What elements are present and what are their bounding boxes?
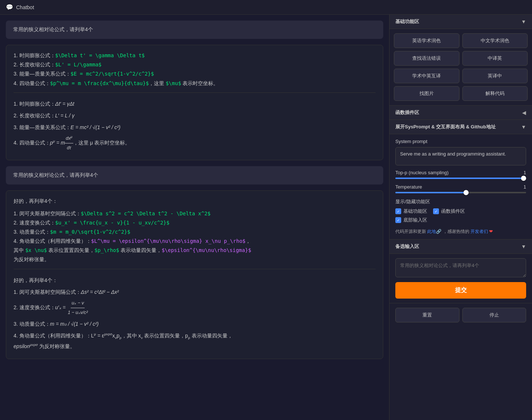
formula-green-7: $u_x' = \frac{u_x - v}{1 - u_xv/c^2}$ — [55, 220, 170, 226]
plugin-section-title: 函数插件区 — [395, 109, 419, 116]
user-message-2-text: 常用的狭义相对论公式，请再列举4个 — [13, 172, 98, 178]
reset-button[interactable]: 重置 — [395, 308, 459, 322]
btn-academic-trans[interactable]: 学术中英互译 — [394, 69, 459, 83]
btn-zh-to-en[interactable]: 中译英 — [462, 51, 528, 66]
checkbox-bottom-box: ✓ — [395, 217, 401, 223]
sysprompt-section-header[interactable]: 展开SysPrompt & 交互界面布局 & Github地址 ▼ — [389, 120, 532, 134]
formula-green-1: $\Delta t' = \gamma \Delta t$ — [55, 52, 145, 58]
chat-icon: 💬 — [6, 4, 13, 11]
sysprompt-expand-title: 展开SysPrompt & 交互界面布局 & Github地址 — [395, 124, 496, 130]
checkbox-plugin-box: ✓ — [433, 208, 439, 214]
user-message-2: 常用的狭义相对论公式，请再列举4个 — [6, 166, 383, 185]
rendered-2: 2. 长度收缩公式：L′ = L / γ — [14, 110, 376, 121]
sysprompt-value[interactable]: Serve me as a writing and programming as… — [395, 147, 526, 165]
formula-line-6: 2. 速度变换公式：$u_x' = \frac{u_x - v}{1 - u_x… — [14, 218, 376, 227]
checkbox-basic-label: 基础功能区 — [403, 208, 427, 215]
rendered-5: 好的，再列举4个： — [14, 275, 376, 285]
formula-green-8: $m = m_0/\sqrt{1-v^2/c^2}$ — [50, 229, 130, 235]
top-bar: 💬 Chatbot — [0, 0, 532, 15]
rendered-block-1: 1. 时间膨胀公式：Δt′ = γΔt 2. 长度收缩公式：L′ = L / γ… — [14, 92, 376, 153]
btn-en-to-zh[interactable]: 英译中 — [462, 69, 528, 83]
sysprompt-section-content: System prompt Serve me as a writing and … — [389, 134, 532, 240]
checkbox-basic[interactable]: ✓ 基础功能区 — [395, 208, 427, 215]
formula-green-4: $p^\mu = m \frac{dx^\mu}{d\tau}$ — [50, 80, 149, 86]
top-p-value: 1 — [519, 170, 526, 175]
right-panel: 基础功能区 ▼ 英语学术润色 中文学术润色 查找语法错误 中译英 学术中英互译 … — [389, 15, 532, 420]
top-p-fill — [395, 178, 526, 179]
temp-track — [395, 192, 526, 193]
temp-slider[interactable] — [395, 192, 526, 193]
raw-formulas-block-1: 1. 时间膨胀公式：$\Delta t' = \gamma \Delta t$ … — [14, 51, 376, 88]
assistant-intro: 好的，再列举4个： — [14, 197, 376, 206]
top-p-param-row: Top-p (nucleus sampling) 1 — [395, 170, 526, 175]
btn-chinese-polish[interactable]: 中文学术润色 — [462, 33, 528, 48]
plugin-section-arrow: ◀ — [522, 110, 526, 116]
stop-button[interactable]: 停止 — [462, 308, 527, 322]
footer-devs[interactable]: 开发者们 — [470, 229, 488, 234]
top-p-thumb — [521, 176, 526, 181]
temp-value: 1 — [519, 184, 526, 190]
formula-line-2: 2. 长度收缩公式：$L' = L/\gamma$ — [14, 60, 376, 69]
btn-find-image[interactable]: 找图片 — [394, 86, 459, 101]
checkbox-row-2: ✓ 底部输入区 — [395, 217, 526, 223]
rendered-6: 1. 闵可夫斯基时空间隔公式：Δs² = c²Δt² − Δx² — [14, 287, 376, 297]
top-p-track — [395, 178, 526, 179]
alt-input-section-header[interactable]: 备选输入区 ▼ — [389, 240, 532, 254]
formula-purple-1: $L^\mu = \epsilon^{\mu\nu\rho\sigma} x_\… — [91, 238, 245, 244]
footer-link[interactable]: 此地🔗 — [427, 229, 442, 234]
footer-thanks: ，感谢热情的 — [443, 229, 469, 234]
btn-english-polish[interactable]: 英语学术润色 — [394, 33, 459, 48]
formula-green-5: $\mu$ — [166, 80, 181, 86]
rendered-8: 3. 动质量公式：m = m₀ / √(1 − v² / c²) — [14, 319, 376, 329]
alt-input-arrow: ▼ — [521, 244, 526, 249]
alt-input-content: 提交 — [389, 254, 532, 303]
basic-section-title: 基础功能区 — [395, 18, 419, 25]
top-p-label: Top-p (nucleus sampling) — [395, 170, 448, 175]
temp-param-row: Temperature 1 — [395, 184, 526, 190]
formula-green-2: $L' = L/\gamma$ — [55, 62, 101, 67]
checkbox-row-1: ✓ 基础功能区 ✓ 函数插件区 — [395, 208, 526, 215]
submit-button[interactable]: 提交 — [395, 282, 526, 299]
checkbox-plugin[interactable]: ✓ 函数插件区 — [433, 208, 465, 215]
alt-input-textarea[interactable] — [395, 258, 526, 277]
footer-links: 代码开源和更新 此地🔗 ，感谢热情的 开发者们 ❤ — [395, 226, 526, 235]
rendered-3: 3. 能量—质量关系公式：E = mc² / √(1 − v² / c²) — [14, 122, 376, 132]
formula-green-3: $E = mc^2/\sqrt{1-v^2/c^2}$ — [71, 71, 154, 77]
formula-line-3: 3. 能量—质量关系公式：$E = mc^2/\sqrt{1-v^2/c^2}$ — [14, 69, 376, 78]
temp-fill — [395, 192, 467, 193]
basic-section-header[interactable]: 基础功能区 ▼ — [389, 15, 532, 29]
top-p-slider[interactable] — [395, 178, 526, 179]
rendered-7: 2. 速度变换公式：u′ₓ = uₓ − v1 − uₓv/c² — [14, 299, 376, 317]
assistant-message-1: 1. 时间膨胀公式：$\Delta t' = \gamma \Delta t$ … — [6, 45, 383, 160]
checkbox-basic-box: ✓ — [395, 208, 401, 214]
temp-thumb — [463, 190, 469, 195]
formula-green-6: $\Delta s^2 = c^2 \Delta t^2 - \Delta x^… — [81, 211, 211, 216]
formula-green-10: $p_\rho$ — [95, 247, 119, 253]
basic-btn-grid: 英语学术润色 中文学术润色 查找语法错误 中译英 学术中英互译 英译中 找图片 … — [394, 33, 528, 101]
temp-label: Temperature — [395, 184, 422, 190]
formula-line-1: 1. 时间膨胀公式：$\Delta t' = \gamma \Delta t$ — [14, 51, 376, 60]
formula-line-5: 1. 闵可夫斯基时空间隔公式：$\Delta s^2 = c^2 \Delta … — [14, 209, 376, 218]
bottom-buttons: 重置 停止 — [389, 303, 532, 327]
show-hide-label: 显示/隐藏功能区 — [395, 198, 526, 205]
assistant-message-2: 好的，再列举4个： 1. 闵可夫斯基时空间隔公式：$\Delta s^2 = c… — [6, 190, 383, 359]
chat-panel: 常用的狭义相对论公式，请列举4个 1. 时间膨胀公式：$\Delta t' = … — [0, 15, 389, 420]
app-title: Chatbot — [16, 4, 34, 10]
basic-section-arrow: ▼ — [521, 19, 526, 25]
footer-text: 代码开源和更新 — [395, 229, 426, 234]
btn-explain-code[interactable]: 解释代码 — [462, 86, 528, 101]
main-layout: 常用的狭义相对论公式，请列举4个 1. 时间膨胀公式：$\Delta t' = … — [0, 15, 532, 420]
btn-grammar-check[interactable]: 查找语法错误 — [394, 51, 459, 66]
rendered-block-2: 好的，再列举4个： 1. 闵可夫斯基时空间隔公式：Δs² = c²Δt² − Δ… — [14, 269, 376, 352]
user-message-1: 常用的狭义相对论公式，请列举4个 — [6, 21, 383, 39]
rendered-9: 4. 角动量公式（利用四维矢量）：Lμ = εμνρσxνpρ，其中 xν 表示… — [14, 330, 376, 351]
checkbox-bottom[interactable]: ✓ 底部输入区 — [395, 217, 427, 223]
formula-purple-2: $\epsilon^{\mu\nu\rho\sigma}$ — [162, 247, 251, 253]
formula-line-7: 3. 动质量公式：$m = m_0/\sqrt{1-v^2/c^2}$ — [14, 227, 376, 237]
plugin-section-header[interactable]: 函数插件区 ◀ — [389, 106, 532, 120]
checkbox-bottom-label: 底部输入区 — [403, 217, 427, 223]
heart-icon: ❤ — [489, 229, 493, 234]
rendered-1: 1. 时间膨胀公式：Δt′ = γΔt — [14, 99, 376, 109]
user-message-1-text: 常用的狭义相对论公式，请列举4个 — [13, 26, 93, 32]
formula-line-4: 4. 四动量公式：$p^\mu = m \frac{dx^\mu}{d\tau}… — [14, 79, 376, 88]
